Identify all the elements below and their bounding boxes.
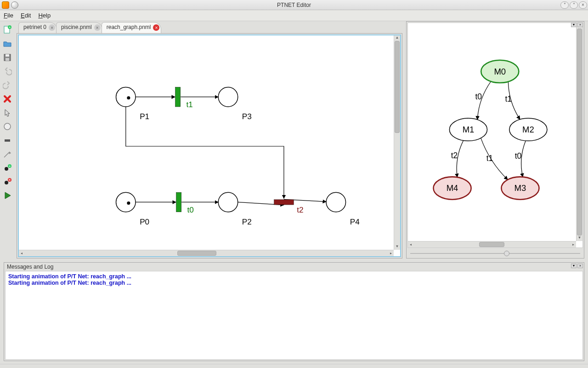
tab-close-icon[interactable]: × [94, 24, 101, 31]
place-P4[interactable]: P4 [326, 192, 360, 226]
svg-rect-5 [6, 58, 9, 61]
reach-node-M1[interactable]: M1 [449, 118, 487, 141]
tool-open[interactable] [1, 38, 13, 50]
place-P0[interactable]: P0 [116, 192, 150, 226]
svg-point-12 [5, 181, 8, 184]
transition-t1[interactable]: t1 [175, 87, 193, 109]
svg-point-15 [116, 87, 136, 107]
horizontal-scrollbar[interactable]: ◂ ▸ [408, 241, 576, 247]
svg-point-16 [218, 87, 238, 107]
place-P2[interactable]: P2 [218, 192, 252, 226]
reach-edge-label: t1 [505, 94, 512, 104]
reach-graph-canvas[interactable]: t0t1t2t1t0M0M1M2M4M3 [408, 23, 582, 247]
reach-canvas-host[interactable]: t0t1t2t1t0M0M1M2M4M3 ▲ ▼ ◂ ▸ [407, 23, 583, 248]
svg-rect-20 [175, 87, 181, 107]
tool-delete[interactable] [1, 93, 13, 105]
reach-edge[interactable] [481, 138, 508, 179]
canvas-host[interactable]: P1P3P0P2P4t1t0t2 ▲ ▼ ◂ ▸ [18, 34, 401, 257]
reach-node-M2[interactable]: M2 [509, 118, 547, 141]
token [127, 201, 130, 205]
tool-new[interactable]: + [1, 24, 13, 36]
menu-help[interactable]: Help [38, 12, 51, 19]
vertical-scrollbar[interactable]: ▲ ▼ [394, 35, 400, 250]
token [127, 96, 130, 99]
log-line: Starting animation of P/T Net: reach_gra… [8, 280, 580, 286]
svg-rect-22 [274, 200, 294, 205]
tab-label: reach_graph.pnml [107, 24, 151, 30]
place-label: P1 [140, 112, 149, 121]
log-body[interactable]: Starting animation of P/T Net: reach_gra… [5, 271, 583, 360]
place-label: P2 [242, 217, 252, 226]
svg-text:×: × [8, 178, 11, 182]
svg-point-18 [218, 192, 238, 212]
panel-collapse-icon[interactable]: ▾ [571, 23, 577, 27]
tool-save[interactable] [1, 52, 13, 63]
tool-transition[interactable] [1, 134, 13, 146]
tool-animate[interactable] [1, 190, 13, 201]
reach-edge[interactable] [521, 141, 526, 177]
place-label: P4 [350, 217, 360, 226]
reach-node-label: M1 [463, 125, 475, 134]
panel-close-icon[interactable]: × [577, 264, 583, 268]
transition-label: t2 [297, 205, 303, 214]
reach-node-M4[interactable]: M4 [433, 177, 471, 199]
svg-text:+: + [9, 164, 11, 168]
reach-node-label: M2 [522, 125, 534, 134]
tab-label: piscine.pnml [61, 24, 92, 30]
status-bar [0, 364, 588, 368]
tab-label: petrinet 0 [23, 24, 46, 30]
horizontal-scrollbar[interactable]: ◂ ▸ [19, 250, 394, 256]
title-bar: PTNET Editor ˅ ˄ × [0, 0, 588, 10]
menu-edit[interactable]: Edit [21, 12, 31, 19]
close-window-button[interactable]: × [579, 1, 587, 9]
log-title: Messages and Log [4, 263, 584, 271]
menu-bar: File Edit Help [0, 10, 588, 21]
svg-rect-21 [176, 192, 181, 212]
tool-undo [1, 65, 13, 77]
place-P1[interactable]: P1 [116, 87, 150, 121]
reach-node-M0[interactable]: M0 [481, 60, 519, 83]
tool-add-token[interactable]: + [1, 162, 13, 174]
tab-piscine[interactable]: piscine.pnml × [56, 22, 102, 33]
zoom-slider[interactable] [410, 250, 580, 257]
reach-edge-label: t0 [515, 151, 522, 161]
tool-place[interactable] [1, 121, 13, 132]
reach-node-M3[interactable]: M3 [501, 177, 539, 199]
tab-close-icon[interactable]: × [153, 24, 159, 31]
svg-rect-4 [6, 54, 9, 57]
tab-close-icon[interactable]: × [49, 24, 55, 31]
reach-edge[interactable] [457, 140, 463, 177]
place-label: P3 [242, 112, 252, 121]
panel-close-icon[interactable]: × [577, 23, 583, 27]
log-panel: Messages and Log ▾ × Starting animation … [4, 262, 584, 361]
app-icon [2, 1, 9, 9]
place-P3[interactable]: P3 [218, 87, 252, 121]
reach-node-label: M0 [494, 67, 506, 76]
tab-petrinet0[interactable]: petrinet 0 × [18, 22, 57, 33]
minimize-button[interactable]: ˅ [560, 1, 569, 9]
transition-label: t1 [186, 100, 192, 109]
svg-point-19 [326, 192, 346, 212]
menu-file[interactable]: File [4, 12, 13, 19]
reach-node-label: M3 [514, 183, 526, 193]
tool-pointer[interactable] [1, 107, 13, 119]
editor-frame: P1P3P0P2P4t1t0t2 ▲ ▼ ◂ ▸ [17, 33, 402, 259]
svg-text:+: + [9, 25, 11, 29]
petri-net-canvas[interactable]: P1P3P0P2P4t1t0t2 [19, 35, 400, 256]
maximize-button[interactable]: ˄ [570, 1, 578, 9]
tab-row: petrinet 0 × piscine.pnml × reach_graph.… [17, 21, 402, 33]
tab-reach-graph[interactable]: reach_graph.pnml × [102, 22, 162, 33]
svg-line-8 [4, 152, 10, 157]
toolbar: + + × [0, 21, 15, 262]
svg-rect-7 [5, 139, 10, 142]
tool-arc[interactable] [1, 148, 13, 160]
transition-t2[interactable]: t2 [274, 200, 304, 214]
vertical-scrollbar[interactable]: ▲ ▼ [576, 23, 582, 241]
log-line: Starting animation of P/T Net: reach_gra… [8, 273, 580, 280]
tool-remove-token[interactable]: × [1, 176, 13, 188]
arc[interactable] [126, 107, 284, 198]
reach-node-label: M4 [447, 183, 458, 193]
transition-t0[interactable]: t0 [176, 192, 194, 214]
reach-graph-frame: ▾ × t0t1t2t1t0M0M1M2M4M3 ▲ ▼ [406, 21, 584, 259]
panel-collapse-icon[interactable]: ▾ [571, 264, 577, 268]
